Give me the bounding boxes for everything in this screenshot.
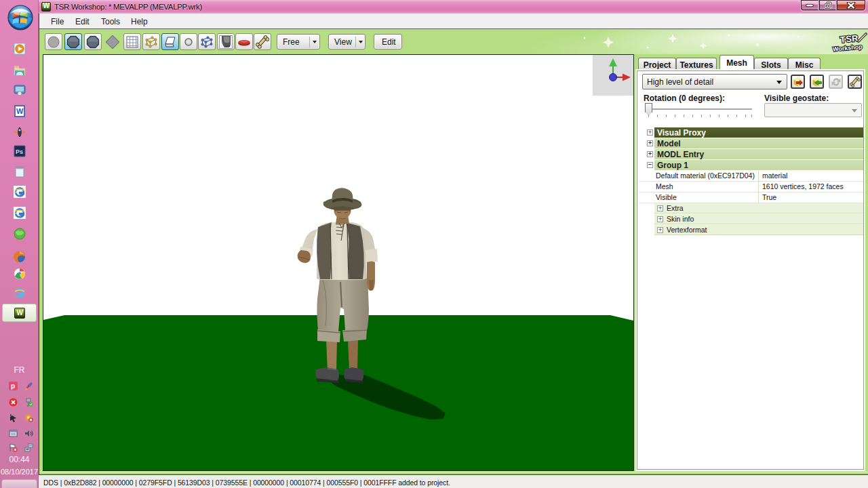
svg-text:TSR: TSR <box>840 33 859 45</box>
svg-text:Ps: Ps <box>16 148 23 155</box>
svg-text:Workshop: Workshop <box>833 43 863 53</box>
svg-text:p: p <box>11 382 15 390</box>
svg-text:W: W <box>16 107 24 115</box>
